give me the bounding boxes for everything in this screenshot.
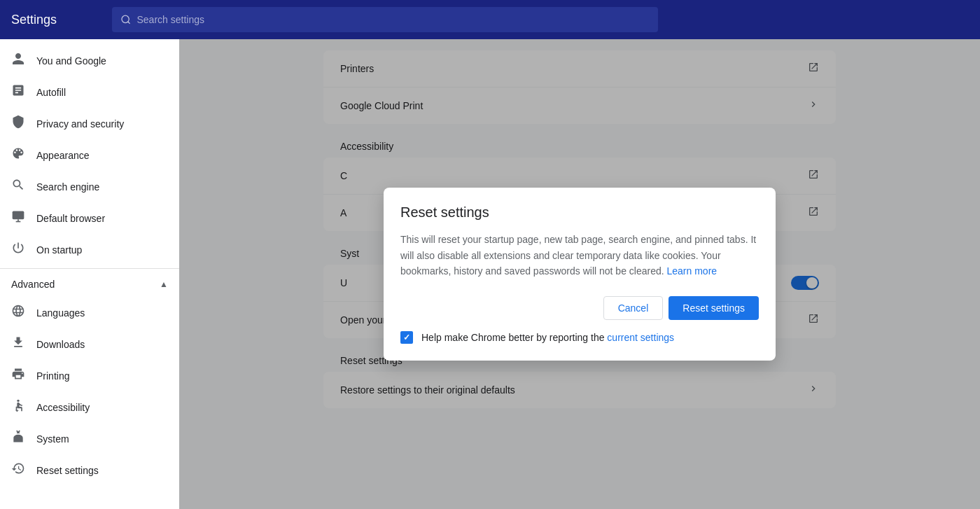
- sidebar-label-languages: Languages: [36, 307, 85, 319]
- dialog-actions: Cancel Reset settings: [400, 296, 759, 320]
- search-icon: [120, 14, 132, 25]
- sidebar-item-accessibility[interactable]: Accessibility: [0, 391, 174, 423]
- report-checkbox[interactable]: [400, 331, 413, 344]
- sidebar-item-languages[interactable]: Languages: [0, 297, 174, 328]
- sidebar-label-search-engine: Search engine: [36, 181, 99, 193]
- sidebar-label-system: System: [36, 433, 69, 445]
- search-input[interactable]: [137, 14, 650, 25]
- sidebar-item-on-startup[interactable]: On startup: [0, 234, 174, 265]
- on-startup-icon: [11, 241, 25, 258]
- sidebar-item-privacy[interactable]: Privacy and security: [0, 108, 174, 139]
- sidebar-label-printing: Printing: [36, 370, 69, 382]
- advanced-section-header[interactable]: Advanced ▲: [0, 272, 179, 297]
- sidebar: You and Google Autofill Privacy and secu…: [0, 39, 179, 509]
- footer-text: Help make Chrome better by reporting the…: [421, 332, 674, 343]
- sidebar-divider: [0, 268, 179, 269]
- person-icon: [11, 52, 25, 69]
- accessibility-icon: [11, 398, 25, 416]
- sidebar-item-appearance[interactable]: Appearance: [0, 139, 174, 171]
- sidebar-label-appearance: Appearance: [36, 150, 90, 161]
- modal-overlay: Reset settings This will reset your star…: [179, 39, 980, 509]
- shield-icon: [11, 115, 25, 132]
- autofill-icon: [11, 83, 25, 101]
- sidebar-item-printing[interactable]: Printing: [0, 360, 174, 391]
- sidebar-item-default-browser[interactable]: Default browser: [0, 202, 174, 234]
- sidebar-label-autofill: Autofill: [36, 87, 66, 98]
- sidebar-label-downloads: Downloads: [36, 339, 85, 350]
- cancel-button[interactable]: Cancel: [603, 296, 664, 320]
- sidebar-label-on-startup: On startup: [36, 244, 82, 256]
- app-title: Settings: [11, 13, 95, 27]
- reset-settings-button[interactable]: Reset settings: [668, 296, 759, 320]
- sidebar-label-reset: Reset settings: [36, 465, 99, 476]
- learn-more-link[interactable]: Learn more: [667, 265, 718, 277]
- dialog-body: This will reset your startup page, new t…: [400, 232, 759, 279]
- system-icon: [11, 430, 25, 447]
- downloads-icon: [11, 335, 25, 353]
- advanced-label: Advanced: [11, 279, 55, 290]
- sidebar-label-you-and-google: You and Google: [36, 55, 106, 67]
- search-engine-icon: [11, 178, 25, 195]
- dialog-title: Reset settings: [400, 204, 759, 221]
- sidebar-item-search-engine[interactable]: Search engine: [0, 171, 174, 202]
- header: Settings: [0, 0, 980, 39]
- reset-icon: [11, 461, 25, 479]
- svg-point-5: [17, 400, 19, 402]
- sidebar-item-system[interactable]: System: [0, 423, 174, 454]
- search-bar[interactable]: [112, 7, 658, 32]
- dialog-footer: Help make Chrome better by reporting the…: [400, 331, 759, 344]
- sidebar-item-autofill[interactable]: Autofill: [0, 76, 174, 108]
- sidebar-item-downloads[interactable]: Downloads: [0, 328, 174, 360]
- chevron-up-icon: ▲: [160, 279, 168, 289]
- sidebar-label-default-browser: Default browser: [36, 213, 105, 224]
- main-content: Printers Google Cloud Print Accessibilit…: [179, 39, 980, 509]
- reset-settings-dialog: Reset settings This will reset your star…: [384, 188, 776, 360]
- languages-icon: [11, 304, 25, 321]
- main-layout: You and Google Autofill Privacy and secu…: [0, 39, 980, 509]
- printing-icon: [11, 367, 25, 384]
- appearance-icon: [11, 146, 25, 164]
- svg-rect-2: [13, 211, 24, 220]
- sidebar-item-reset[interactable]: Reset settings: [0, 454, 174, 486]
- sidebar-label-accessibility: Accessibility: [36, 402, 90, 413]
- svg-line-1: [128, 22, 130, 24]
- svg-point-0: [122, 15, 129, 22]
- sidebar-label-privacy: Privacy and security: [36, 118, 124, 130]
- sidebar-item-you-and-google[interactable]: You and Google: [0, 45, 174, 76]
- default-browser-icon: [11, 209, 25, 227]
- current-settings-link[interactable]: current settings: [607, 332, 674, 343]
